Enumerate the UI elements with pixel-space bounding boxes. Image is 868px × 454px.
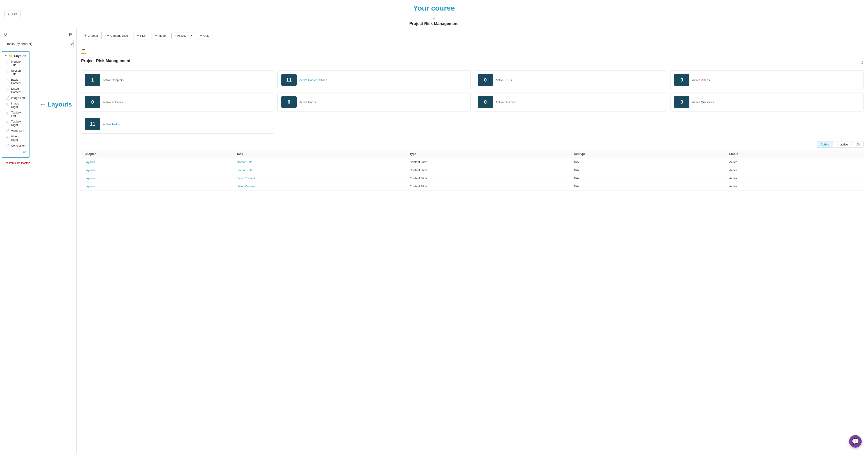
stat-label-cards: Active Cards <box>299 100 316 104</box>
table-header-row: Chapter ⋮ Task ⋮ Type ⋮ Subtype ⋮ Status <box>81 150 864 158</box>
plus-icon: + <box>200 34 202 38</box>
recycle-icon[interactable]: ↩ <box>2 148 29 156</box>
task-link[interactable]: Listed Content <box>237 185 256 188</box>
layout-item-label: Textbox Right <box>11 120 26 127</box>
table-row: Layouts Module Title Content Slide N/A A… <box>81 158 864 166</box>
filter-all-button[interactable]: All <box>853 141 864 148</box>
stats-title: Project Risk Management <box>81 59 130 63</box>
layout-item-basic-content[interactable]: 📄 Basic Content <box>2 77 29 86</box>
col-header-chapter[interactable]: Chapter ⋮ <box>81 150 233 158</box>
refresh-icon[interactable]: ↺ <box>4 32 7 37</box>
chapter-link[interactable]: Layouts <box>85 160 95 164</box>
layout-item-video-right[interactable]: 📄 Video Right <box>2 133 29 143</box>
layout-item-conclusion[interactable]: 📄 Conclusion <box>2 143 29 148</box>
col-header-type[interactable]: Type ⋮ <box>406 150 570 158</box>
layout-item-module-title[interactable]: 📄 Module Title <box>2 59 29 68</box>
sort-icon-chapter: ⋮ <box>98 153 100 155</box>
add-content-slide-button[interactable]: + Content Slide <box>104 32 131 39</box>
chapter-link[interactable]: Layouts <box>85 185 95 188</box>
stat-badge-quizzes: 0 <box>478 96 493 108</box>
task-dropdown-wrap: Tasks (by chapter) Tasks (by slide) All … <box>0 40 76 48</box>
inactive-note: Red items are inactive. <box>0 160 76 167</box>
your-course-title: Your course <box>0 4 868 12</box>
cell-chapter: Layouts <box>81 182 233 190</box>
doc-icon: 📄 <box>5 61 9 65</box>
layout-item-image-left[interactable]: 📄 Image Left <box>2 95 29 101</box>
stat-card-active-chapters: 1 Active Chapters <box>81 70 274 89</box>
exit-button[interactable]: ↩ Exit <box>4 10 21 17</box>
activity-dropdown-arrow[interactable]: ▾ <box>189 32 194 39</box>
table-wrap: Chapter ⋮ Task ⋮ Type ⋮ Subtype ⋮ Status <box>76 150 868 195</box>
cell-subtype: N/A <box>570 158 726 166</box>
doc-icon: 📄 <box>5 70 9 74</box>
add-pdf-button[interactable]: + PDF <box>133 32 149 39</box>
cell-status: Active <box>726 174 864 182</box>
add-chapter-button[interactable]: + Chapter <box>81 32 101 39</box>
stats-refresh-icon[interactable]: ↺ <box>860 60 864 65</box>
cell-subtype: N/A <box>570 174 726 182</box>
layouts-label-overlay: ← Layouts <box>40 101 72 108</box>
doc-icon: 📄 <box>5 129 9 132</box>
tab-area: ☁ <box>76 43 868 54</box>
stat-card-active-quizzes: 0 Active Quizzes <box>474 93 667 112</box>
task-link[interactable]: Section Title <box>237 169 253 172</box>
col-header-task[interactable]: Task ⋮ <box>233 150 406 158</box>
sidebar-top: ↺ ⊟ <box>0 32 76 40</box>
layout-item-label: Video Left <box>11 129 24 132</box>
add-quiz-button[interactable]: + Quiz <box>197 32 213 39</box>
folder-name: Layouts <box>14 54 26 58</box>
chapter-link[interactable]: Layouts <box>85 169 95 172</box>
filter-active-button[interactable]: Active <box>817 141 833 148</box>
stat-card-active-videos: 0 Active Videos <box>670 70 864 89</box>
stat-label-chapters: Active Chapters <box>103 79 124 82</box>
cell-task: Listed Content <box>233 182 406 190</box>
cell-status: Active <box>726 166 864 174</box>
filter-inactive-button[interactable]: Inactive <box>834 141 852 148</box>
layout-item-video-left[interactable]: 📄 Video Left <box>2 128 29 133</box>
cell-chapter: Layouts <box>81 174 233 182</box>
cell-chapter: Layouts <box>81 158 233 166</box>
layout-item-section-title[interactable]: 📄 Section Title <box>2 68 29 77</box>
layout-item-textbox-left[interactable]: 📄 Textbox Left <box>2 110 29 119</box>
overview-tab-icon[interactable]: ☁ <box>81 46 86 54</box>
chapter-label: Chapter <box>88 34 98 37</box>
layout-item-textbox-right[interactable]: 📄 Textbox Right <box>2 119 29 128</box>
col-header-subtype[interactable]: Subtype ⋮ <box>570 150 726 158</box>
table-body: Layouts Module Title Content Slide N/A A… <box>81 158 864 190</box>
course-title: Project Risk Management <box>0 21 868 26</box>
add-video-button[interactable]: + Video <box>152 32 169 39</box>
plus-icon: + <box>137 34 139 38</box>
task-link[interactable]: Module Title <box>237 160 252 164</box>
stat-badge-tasks: 11 <box>85 118 100 130</box>
layout-item-label: Module Title <box>11 60 26 67</box>
exit-icon: ↩ <box>8 12 10 16</box>
activity-main-button[interactable]: + Activity <box>172 32 189 39</box>
chapter-link[interactable]: Layouts <box>85 177 95 180</box>
stat-label-content-slides[interactable]: Active Content Slides <box>299 79 327 82</box>
task-link[interactable]: Basic Content <box>237 177 255 180</box>
content-slide-label: Content Slide <box>111 34 128 37</box>
task-dropdown[interactable]: Tasks (by chapter) Tasks (by slide) All … <box>3 40 74 48</box>
doc-icon: 📄 <box>5 121 9 125</box>
add-activity-dropdown[interactable]: + Activity ▾ <box>172 32 194 39</box>
col-header-status[interactable]: Status ⋮ <box>726 150 864 158</box>
stat-label-tasks[interactable]: Active Tasks <box>103 122 119 126</box>
cell-type: Content Slide <box>406 166 570 174</box>
doc-icon: 📄 <box>5 89 9 92</box>
layout-item-image-right[interactable]: 📄 Image Right <box>2 101 29 110</box>
doc-icon: 📄 <box>5 96 9 99</box>
sort-icon-type: ⋮ <box>418 153 421 155</box>
layout-item-label: Textbox Left <box>11 111 26 118</box>
filter-icon[interactable]: ⊟ <box>69 32 73 37</box>
doc-icon: 📄 <box>5 80 9 83</box>
sort-icon-subtype: ⋮ <box>588 153 590 155</box>
chat-fab-button[interactable]: 💬 <box>849 435 862 448</box>
cell-chapter: Layouts <box>81 166 233 174</box>
cell-type: Content Slide <box>406 158 570 166</box>
cell-status: Active <box>726 182 864 190</box>
stat-badge-videos: 0 <box>674 74 689 86</box>
layout-item-listed-content[interactable]: 📄 Listed Content <box>2 86 29 95</box>
cell-task: Module Title <box>233 158 406 166</box>
stat-label-questions: Active Questions <box>692 100 714 104</box>
cell-task: Basic Content <box>233 174 406 182</box>
